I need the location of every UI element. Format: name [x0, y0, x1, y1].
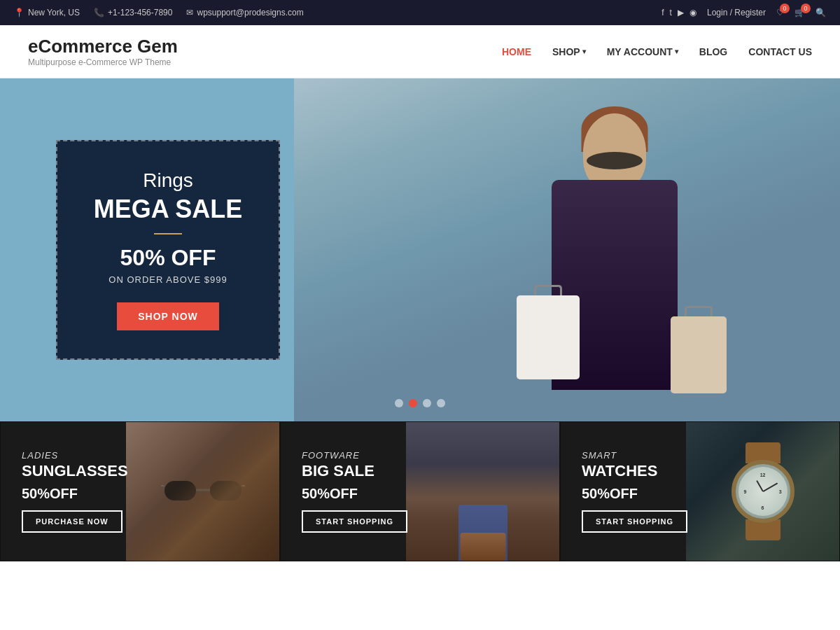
chevron-down-icon: ▾ — [675, 48, 678, 55]
card-category-footware: Footware — [302, 450, 407, 461]
bag-handle — [685, 306, 713, 316]
card-discount-watches: 50%OFF — [582, 486, 687, 502]
footware-visual — [406, 422, 559, 561]
nav-contact-us[interactable]: CONTACT US — [748, 46, 812, 57]
login-register-link[interactable]: Login / Register — [707, 8, 766, 18]
product-card-watches: Smart WATCHES 50%OFF START SHOPPING 12 6… — [560, 421, 840, 561]
slider-dot-3[interactable] — [423, 399, 431, 407]
phone-text: +1-123-456-7890 — [108, 8, 172, 18]
header: eCommerce Gem Multipurpose e-Commerce WP… — [0, 25, 840, 78]
nav-blog[interactable]: BLOG — [699, 46, 727, 57]
main-nav: HOME SHOP ▾ MY ACCOUNT ▾ BLOG CONTACT US — [502, 46, 812, 57]
nav-my-account[interactable]: MY ACCOUNT ▾ — [607, 46, 678, 57]
watch-body: 12 6 3 9 — [732, 460, 794, 523]
chevron-down-icon: ▾ — [582, 48, 586, 55]
watch-face: 12 6 3 9 — [738, 467, 788, 516]
watch-minute-hand — [762, 482, 778, 491]
card-category-sunglasses: Ladies — [22, 450, 128, 461]
location-text: New York, US — [28, 8, 80, 18]
card-text-sunglasses: Ladies SUNGLASSES 50%OFF PURCHASE NOW — [1, 433, 149, 550]
location-icon: 📍 — [14, 8, 24, 18]
card-title-watches: WATCHES — [582, 462, 687, 480]
card-discount-footware: 50%OFF — [302, 486, 407, 502]
nav-home[interactable]: HOME — [502, 46, 531, 57]
card-title-footware: BIG SALE — [302, 462, 407, 480]
person-sunglasses — [587, 152, 643, 169]
watch-visual: 12 6 3 9 — [686, 422, 839, 561]
hero-condition: ON ORDER ABOVE $999 — [82, 274, 254, 285]
instagram-icon[interactable]: ◉ — [690, 8, 696, 18]
location-info: 📍 New York, US — [14, 8, 80, 18]
hero-discount: 50% OFF — [82, 245, 254, 271]
purchase-now-button[interactable]: PURCHASE NOW — [22, 510, 122, 533]
slider-dot-2[interactable] — [409, 399, 417, 407]
top-bar-left: 📍 New York, US 📞 +1-123-456-7890 ✉ wpsup… — [14, 8, 304, 18]
card-image-watches: 12 6 3 9 — [686, 422, 839, 561]
shop-now-button[interactable]: SHOP NOW — [117, 302, 219, 330]
bag-handle — [534, 285, 562, 295]
hero-section: Rings MEGA SALE 50% OFF ON ORDER ABOVE $… — [0, 78, 840, 421]
card-discount-sunglasses: 50%OFF — [22, 486, 128, 502]
shopping-bag-right — [671, 316, 727, 393]
watch-illustration: 12 6 3 9 — [721, 442, 805, 540]
phone-info: 📞 +1-123-456-7890 — [94, 8, 172, 18]
facebook-icon[interactable]: f — [662, 8, 664, 18]
cart-button[interactable]: 🛒 0 — [794, 8, 805, 18]
start-shopping-button-footware[interactable]: START SHOPPING — [302, 510, 407, 533]
twitter-icon[interactable]: t — [670, 8, 672, 18]
card-text-footware: Footware BIG SALE 50%OFF START SHOPPING — [281, 433, 428, 550]
logo-title[interactable]: eCommerce Gem — [28, 36, 178, 57]
watch-hour-hand — [756, 480, 764, 492]
email-text: wpsupport@prodesigns.com — [197, 8, 303, 18]
email-info: ✉ wpsupport@prodesigns.com — [186, 8, 303, 18]
logo-area: eCommerce Gem Multipurpose e-Commerce WP… — [28, 36, 178, 67]
wishlist-button[interactable]: ♡ 0 — [776, 8, 784, 18]
wishlist-badge: 0 — [780, 4, 790, 13]
card-image-footware — [406, 422, 559, 561]
card-category-watches: Smart — [582, 450, 687, 461]
top-bar-right: f t ▶ ◉ Login / Register ♡ 0 🛒 0 🔍 — [662, 8, 826, 18]
shopping-bag-left — [517, 295, 580, 379]
nav-shop[interactable]: SHOP ▾ — [552, 46, 586, 57]
logo-subtitle: Multipurpose e-Commerce WP Theme — [28, 57, 178, 67]
social-icons: f t ▶ ◉ — [662, 8, 696, 18]
hero-banner: Rings MEGA SALE 50% OFF ON ORDER ABOVE $… — [56, 140, 280, 360]
phone-icon: 📞 — [94, 8, 104, 18]
slider-dot-1[interactable] — [395, 399, 403, 407]
email-icon: ✉ — [186, 8, 193, 18]
hero-divider — [154, 233, 182, 234]
hero-background — [294, 78, 840, 421]
hero-subtitle: Rings — [82, 169, 254, 192]
product-cards-section: Ladies SUNGLASSES 50%OFF PURCHASE NOW Fo… — [0, 421, 840, 561]
search-icon[interactable]: 🔍 — [816, 8, 826, 18]
start-shopping-button-watches[interactable]: START SHOPPING — [582, 510, 687, 533]
hero-person-figure — [496, 99, 734, 421]
card-text-watches: Smart WATCHES 50%OFF START SHOPPING — [561, 433, 708, 550]
cart-badge: 0 — [801, 4, 811, 13]
product-card-footware: Footware BIG SALE 50%OFF START SHOPPING — [280, 421, 560, 561]
person-head — [583, 113, 646, 190]
youtube-icon[interactable]: ▶ — [678, 8, 684, 18]
slider-dot-4[interactable] — [437, 399, 445, 407]
product-card-sunglasses: Ladies SUNGLASSES 50%OFF PURCHASE NOW — [0, 421, 280, 561]
top-bar: 📍 New York, US 📞 +1-123-456-7890 ✉ wpsup… — [0, 0, 840, 25]
slider-dots — [395, 399, 445, 407]
card-title-sunglasses: SUNGLASSES — [22, 462, 128, 480]
hero-title: MEGA SALE — [82, 195, 254, 223]
card-image-sunglasses — [126, 422, 279, 561]
